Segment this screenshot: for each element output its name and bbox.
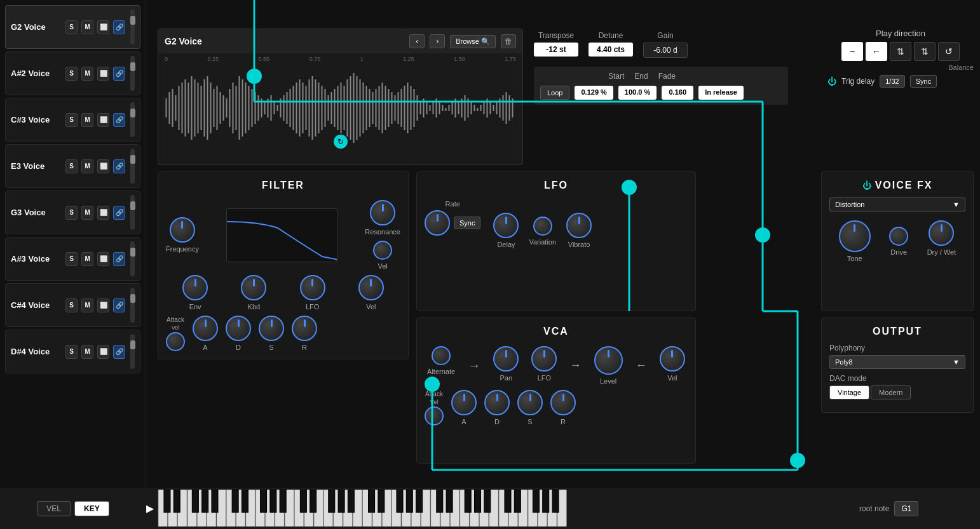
loop-btn[interactable]: Loop — [540, 86, 569, 100]
lfo-vibrato-knob[interactable] — [566, 213, 592, 238]
in-release-btn[interactable]: In release — [698, 86, 744, 100]
link-btn-ds4[interactable]: 🔗 — [113, 345, 125, 359]
vca-attack-knob[interactable] — [425, 406, 444, 425]
mute-btn-cs4[interactable]: M — [81, 298, 93, 312]
voice-slider-ds4[interactable] — [130, 334, 135, 369]
link-btn-cs3[interactable]: 🔗 — [113, 113, 125, 127]
voice-slider-cs3[interactable] — [130, 102, 135, 137]
mute-btn-as3[interactable]: M — [81, 252, 93, 266]
link-btn-g2[interactable]: 🔗 — [113, 20, 125, 34]
copy-btn-as3[interactable]: ⬜ — [97, 252, 109, 266]
solo-btn-g2[interactable]: S — [65, 20, 78, 34]
solo-btn-cs4[interactable]: S — [65, 298, 78, 312]
detune-value[interactable]: 4.40 cts — [589, 43, 633, 57]
copy-btn-ds4[interactable]: ⬜ — [97, 345, 109, 359]
voice-slider-g3[interactable] — [130, 195, 135, 230]
vca-level-knob[interactable] — [594, 346, 623, 375]
frequency-knob[interactable] — [170, 217, 195, 243]
play-dir-btn-2[interactable]: ← — [866, 42, 887, 61]
vel-btn[interactable]: VEL — [37, 501, 71, 516]
drive-knob[interactable] — [889, 227, 908, 246]
end-value[interactable]: 100.0 % — [618, 86, 657, 100]
root-note-value[interactable]: G1 — [894, 501, 918, 516]
voice-slider-as3[interactable] — [130, 241, 135, 276]
mute-btn-ds4[interactable]: M — [81, 345, 93, 359]
link-btn-g3[interactable]: 🔗 — [113, 206, 125, 220]
key-btn[interactable]: KEY — [74, 501, 109, 516]
solo-btn-cs3[interactable]: S — [65, 113, 78, 127]
voice-item-e3[interactable]: E3 Voice S M ⬜ 🔗 — [5, 144, 140, 188]
browse-btn[interactable]: Browse 🔍 — [450, 35, 496, 48]
modern-btn[interactable]: Modern — [871, 385, 911, 399]
mute-btn-as2[interactable]: M — [81, 67, 93, 81]
trig-sync-btn[interactable]: Sync — [910, 75, 937, 88]
lfo-rate-knob[interactable] — [425, 210, 450, 236]
copy-btn-cs3[interactable]: ⬜ — [97, 113, 109, 127]
gain-value[interactable]: -6.00 d — [643, 43, 688, 58]
play-dir-btn-3[interactable]: ⇅ — [890, 42, 911, 61]
voice-item-as2[interactable]: A#2 Voice S M ⬜ 🔗 — [5, 51, 140, 95]
drywet-knob[interactable] — [929, 220, 954, 246]
copy-btn-e3[interactable]: ⬜ — [97, 159, 109, 173]
voice-slider-as2[interactable] — [130, 56, 135, 91]
voice-slider-cs4[interactable] — [130, 288, 135, 323]
voice-item-cs3[interactable]: C#3 Voice S M ⬜ 🔗 — [5, 98, 140, 142]
resonance-knob[interactable] — [370, 200, 395, 225]
link-btn-cs4[interactable]: 🔗 — [113, 298, 125, 312]
vintage-btn[interactable]: Vintage — [829, 385, 869, 399]
vca-lfo-knob[interactable] — [531, 346, 557, 372]
voice-slider-e3[interactable] — [130, 149, 135, 184]
distortion-dropdown[interactable]: Distortion ▼ — [829, 198, 965, 211]
mute-btn-g2[interactable]: M — [81, 20, 93, 34]
filter-r-knob[interactable] — [292, 316, 317, 341]
filter-a-knob[interactable] — [193, 316, 218, 341]
trig-delay-value[interactable]: 1/32 — [880, 75, 904, 88]
link-btn-e3[interactable]: 🔗 — [113, 159, 125, 173]
resonance-vel-knob[interactable] — [373, 241, 392, 260]
link-btn-as3[interactable]: 🔗 — [113, 252, 125, 266]
refresh-btn[interactable]: ↻ — [334, 135, 348, 149]
copy-btn-as2[interactable]: ⬜ — [97, 67, 109, 81]
polyphony-dropdown[interactable]: Poly8 ▼ — [829, 355, 965, 369]
vca-alternate-knob[interactable] — [432, 346, 451, 365]
copy-btn-g3[interactable]: ⬜ — [97, 206, 109, 220]
next-btn[interactable]: › — [430, 34, 445, 48]
delete-btn[interactable]: 🗑 — [501, 34, 516, 48]
solo-btn-as3[interactable]: S — [65, 252, 78, 266]
lfo-variation-knob[interactable] — [533, 217, 552, 236]
voice-item-g3[interactable]: G3 Voice S M ⬜ 🔗 — [5, 191, 140, 234]
voice-item-cs4[interactable]: C#4 Voice S M ⬜ 🔗 — [5, 283, 140, 327]
copy-btn-cs4[interactable]: ⬜ — [97, 298, 109, 312]
vca-s-knob[interactable] — [517, 390, 543, 415]
piano-keyboard[interactable] — [158, 490, 853, 528]
play-dir-btn-4[interactable]: ⇅ — [914, 42, 936, 61]
filter-attack-knob[interactable] — [166, 332, 185, 351]
vca-pan-knob[interactable] — [493, 346, 519, 372]
solo-btn-ds4[interactable]: S — [65, 345, 78, 359]
vca-vel-knob[interactable] — [660, 346, 685, 372]
voice-item-as3[interactable]: A#3 Voice S M ⬜ 🔗 — [5, 237, 140, 281]
mute-btn-e3[interactable]: M — [81, 159, 93, 173]
filter-d-knob[interactable] — [226, 316, 251, 341]
link-btn-as2[interactable]: 🔗 — [113, 67, 125, 81]
vca-d-knob[interactable] — [484, 390, 510, 415]
filter-lfo-knob[interactable] — [300, 275, 325, 300]
filter-vel-knob[interactable] — [358, 275, 384, 300]
vca-a-knob[interactable] — [451, 390, 477, 415]
solo-btn-e3[interactable]: S — [65, 159, 78, 173]
lfo-sync-btn[interactable]: Sync — [454, 217, 480, 229]
mute-btn-g3[interactable]: M — [81, 206, 93, 220]
solo-btn-g3[interactable]: S — [65, 206, 78, 220]
play-dir-btn-1[interactable]: − — [841, 42, 863, 61]
fade-value[interactable]: 0.160 — [662, 86, 693, 100]
voice-item-g2[interactable]: G2 Voice S M ⬜ 🔗 — [5, 5, 140, 49]
play-dir-btn-5[interactable]: ↺ — [938, 42, 960, 61]
tone-knob[interactable] — [839, 220, 871, 252]
solo-btn-as2[interactable]: S — [65, 67, 78, 81]
start-value[interactable]: 0.129 % — [575, 86, 613, 100]
prev-btn[interactable]: ‹ — [409, 34, 425, 48]
voice-item-ds4[interactable]: D#4 Voice S M ⬜ 🔗 — [5, 330, 140, 373]
vca-r-knob[interactable] — [550, 390, 576, 415]
filter-s-knob[interactable] — [259, 316, 284, 341]
mute-btn-cs3[interactable]: M — [81, 113, 93, 127]
